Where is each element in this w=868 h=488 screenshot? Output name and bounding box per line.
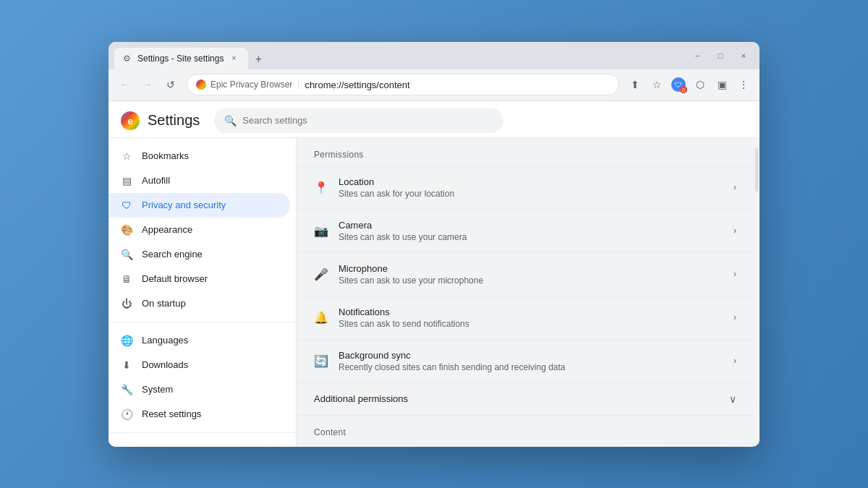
maximize-button[interactable]: □ xyxy=(710,46,731,66)
forward-button[interactable]: → xyxy=(137,74,158,95)
sidebar-label-startup: On startup xyxy=(142,298,186,309)
new-tab-button[interactable]: + xyxy=(248,49,268,69)
permission-item-camera[interactable]: 📷 Camera Sites can ask to use your camer… xyxy=(297,209,754,252)
reset-icon: 🕐 xyxy=(120,408,133,421)
shield-count: 0 xyxy=(680,86,687,93)
minimize-button[interactable]: − xyxy=(687,46,707,66)
sidebar-label-default-browser: Default browser xyxy=(142,273,208,284)
sidebar-item-startup[interactable]: ⏻ On startup xyxy=(109,291,290,316)
extensions-button[interactable]: ⬡ xyxy=(690,74,710,95)
additional-permissions-toggle[interactable]: Additional permissions ∨ xyxy=(297,382,754,416)
background-sync-text: Background sync Recently closed sites ca… xyxy=(339,350,723,372)
chevron-down-icon: ∨ xyxy=(729,393,736,405)
bookmark-button[interactable]: ☆ xyxy=(647,74,667,95)
microphone-arrow-icon: › xyxy=(733,269,736,279)
sidebar-label-downloads: Downloads xyxy=(142,359,188,370)
sidebar-item-appearance[interactable]: 🎨 Appearance xyxy=(109,218,290,242)
location-desc: Sites can ask for your location xyxy=(339,189,723,199)
location-title: Location xyxy=(339,176,723,187)
background-sync-icon: 🔄 xyxy=(314,354,328,368)
camera-arrow-icon: › xyxy=(733,226,736,236)
location-text: Location Sites can ask for your location xyxy=(339,176,723,199)
autofill-icon: ▤ xyxy=(120,174,133,187)
sidebar-item-reset[interactable]: 🕐 Reset settings xyxy=(109,402,290,427)
extensions-icon: ⬡ xyxy=(120,445,133,447)
permission-item-location[interactable]: 📍 Location Sites can ask for your locati… xyxy=(297,166,754,209)
close-button[interactable]: × xyxy=(733,46,754,66)
address-bar[interactable]: Epic Privacy Browser chrome://settings/c… xyxy=(187,74,619,95)
camera-icon: 📷 xyxy=(314,223,328,238)
search-engine-icon: 🔍 xyxy=(120,248,133,261)
window-controls: − □ × xyxy=(687,46,754,66)
toolbar: ← → ↺ Epic Privacy Browser chrome://sett… xyxy=(109,69,760,101)
back-button[interactable]: ← xyxy=(114,74,135,95)
languages-icon: 🌐 xyxy=(120,334,133,347)
sidebar-item-default-browser[interactable]: 🖥 Default browser xyxy=(109,267,290,291)
permission-item-notifications[interactable]: 🔔 Notifications Sites can ask to send no… xyxy=(297,296,754,339)
system-icon: 🔧 xyxy=(120,383,133,396)
camera-text: Camera Sites can ask to use your camera xyxy=(339,220,723,242)
nav-divider-1 xyxy=(109,322,296,322)
location-icon: 📍 xyxy=(314,180,328,194)
background-sync-desc: Recently closed sites can finish sending… xyxy=(339,362,723,372)
search-settings-input[interactable] xyxy=(242,115,493,126)
sidebar-item-search[interactable]: 🔍 Search engine xyxy=(109,242,290,267)
reload-button[interactable]: ↺ xyxy=(161,74,181,95)
background-sync-arrow-icon: › xyxy=(733,356,736,366)
bookmarks-icon: ☆ xyxy=(120,150,133,163)
page-layout: e Settings 🔍 ☆ Bookmarks ▤ Autofill xyxy=(109,101,760,447)
permission-item-cookies[interactable]: 🍪 Cookies and site data Third-party cook… xyxy=(297,443,754,447)
sidebar-item-system[interactable]: 🔧 System xyxy=(109,377,290,402)
microphone-icon: 🎤 xyxy=(314,267,328,281)
sidebar-toggle-button[interactable]: ▣ xyxy=(712,74,732,95)
notifications-text: Notifications Sites can ask to send noti… xyxy=(339,307,723,329)
tab-favicon: ⚙ xyxy=(123,53,133,64)
downloads-icon: ⬇ xyxy=(120,359,133,372)
sidebar-item-extensions[interactable]: ⬡ Extensions ↗ xyxy=(109,439,290,447)
sidebar-label-bookmarks: Bookmarks xyxy=(142,150,189,161)
background-sync-title: Background sync xyxy=(339,350,723,361)
notifications-icon: 🔔 xyxy=(314,310,328,325)
permission-item-microphone[interactable]: 🎤 Microphone Sites can ask to use your m… xyxy=(297,252,754,296)
location-arrow-icon: › xyxy=(733,182,736,192)
search-settings-bar[interactable]: 🔍 xyxy=(214,108,503,133)
sidebar-item-autofill[interactable]: ▤ Autofill xyxy=(109,168,290,193)
sidebar-label-extensions: Extensions ↗ xyxy=(142,445,199,447)
toolbar-actions: ⬆ ☆ 🛡 0 ⬡ ▣ ⋮ xyxy=(625,74,754,95)
sidebar-label-languages: Languages xyxy=(142,335,188,346)
microphone-text: Microphone Sites can ask to use your mic… xyxy=(339,263,723,286)
share-button[interactable]: ⬆ xyxy=(625,74,645,95)
permissions-section-header: Permissions xyxy=(297,138,754,166)
sidebar-item-bookmarks[interactable]: ☆ Bookmarks xyxy=(109,144,290,168)
scrollbar[interactable] xyxy=(754,138,760,447)
permission-item-background-sync[interactable]: 🔄 Background sync Recently closed sites … xyxy=(297,339,754,382)
microphone-desc: Sites can ask to use your microphone xyxy=(339,275,723,286)
menu-button[interactable]: ⋮ xyxy=(733,74,754,95)
url-display: chrome://settings/content xyxy=(305,80,409,90)
notifications-arrow-icon: › xyxy=(733,312,736,322)
notifications-desc: Sites can ask to send notifications xyxy=(339,319,723,329)
content-section-header: Content xyxy=(297,416,754,443)
site-name: Epic Privacy Browser xyxy=(210,80,299,90)
tab-area: ⚙ Settings - Site settings × + xyxy=(114,42,678,69)
microphone-title: Microphone xyxy=(339,263,723,274)
sidebar-item-downloads[interactable]: ⬇ Downloads xyxy=(109,353,290,377)
sidebar: ☆ Bookmarks ▤ Autofill 🛡 Privacy and sec… xyxy=(109,138,297,447)
active-tab[interactable]: ⚙ Settings - Site settings × xyxy=(114,48,248,69)
site-favicon xyxy=(196,80,206,90)
sidebar-label-autofill: Autofill xyxy=(142,175,170,186)
external-link-icon: ↗ xyxy=(192,446,199,447)
settings-title: Settings xyxy=(148,112,200,129)
tab-close-button[interactable]: × xyxy=(228,53,239,64)
epic-shield-button[interactable]: 🛡 0 xyxy=(668,74,689,95)
nav-divider-2 xyxy=(109,432,296,433)
svg-text:e: e xyxy=(127,116,132,127)
camera-desc: Sites can ask to use your camera xyxy=(339,232,723,242)
sidebar-label-search: Search engine xyxy=(142,249,203,260)
default-browser-icon: 🖥 xyxy=(120,273,133,286)
settings-main: Permissions 📍 Location Sites can ask for… xyxy=(297,138,754,447)
sidebar-item-privacy[interactable]: 🛡 Privacy and security xyxy=(109,193,290,218)
epic-shield-icon: 🛡 0 xyxy=(671,77,686,92)
content-wrapper: ☆ Bookmarks ▤ Autofill 🛡 Privacy and sec… xyxy=(109,138,760,447)
sidebar-item-languages[interactable]: 🌐 Languages xyxy=(109,328,290,353)
